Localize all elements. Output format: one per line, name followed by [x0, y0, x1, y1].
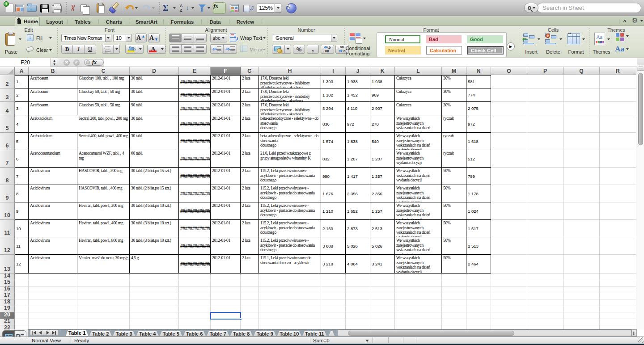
- cell-N17[interactable]: [466, 293, 491, 300]
- cell-E8[interactable]: ###############: [179, 168, 211, 185]
- cell-K16[interactable]: [370, 286, 395, 293]
- cell-C3[interactable]: Glucobay 50, tabl. , 50 mg: [77, 88, 130, 102]
- cell-N7[interactable]: 512: [466, 150, 491, 168]
- cell-L17[interactable]: [395, 293, 442, 300]
- cell-D9[interactable]: 30 tabl. (2 blist.po 15 szt.): [130, 185, 179, 202]
- cell-K4[interactable]: 2 907: [370, 102, 395, 115]
- cell-F21[interactable]: [211, 319, 241, 326]
- cell-B10[interactable]: Aciclovirum: [29, 202, 77, 220]
- cell-N2[interactable]: 581: [466, 75, 491, 88]
- insert-label[interactable]: Insert: [525, 49, 538, 55]
- row-header-18[interactable]: 18: [0, 299, 15, 306]
- cell-H20[interactable]: [259, 312, 321, 319]
- cell-K11[interactable]: 2 513: [370, 220, 395, 237]
- cell-O2[interactable]: [491, 75, 527, 88]
- cell-I9[interactable]: 1 676: [321, 185, 346, 202]
- column-header-K[interactable]: K: [370, 67, 395, 75]
- cell-P18[interactable]: [527, 299, 564, 306]
- cell-Q2[interactable]: [564, 75, 600, 88]
- cell-K14[interactable]: [370, 273, 395, 280]
- row-header-19[interactable]: 19: [0, 306, 15, 313]
- cell-C2[interactable]: Glucobay 100, tabl. , 100 mg: [77, 75, 130, 88]
- cell-F9[interactable]: 2012-01-01: [211, 185, 241, 202]
- cell-F7[interactable]: 2012-01-01: [211, 150, 241, 168]
- cell-M3[interactable]: 30%: [442, 88, 466, 102]
- column-header-J[interactable]: J: [346, 67, 370, 75]
- fill-color-button[interactable]: [125, 45, 137, 54]
- cell-L13[interactable]: We wszystkichzarejestrowanychwskazaniach…: [395, 255, 442, 273]
- cell-G12[interactable]: 2 lata: [241, 237, 259, 255]
- cell-C21[interactable]: [77, 319, 130, 326]
- underline-button[interactable]: U: [85, 45, 96, 54]
- cell-M8[interactable]: 50%: [442, 168, 466, 185]
- cell-Q17[interactable]: [564, 293, 600, 300]
- decrease-indent-button[interactable]: ⇦: [210, 44, 224, 54]
- cell-O8[interactable]: [491, 168, 527, 185]
- cell-G17[interactable]: [241, 293, 259, 300]
- cell-L8[interactable]: We wszystkichwskazaniach na dzieńwydania…: [395, 168, 442, 185]
- themes-icon[interactable]: [594, 33, 605, 45]
- column-header-N[interactable]: N: [466, 67, 491, 75]
- cell-K13[interactable]: 3 241: [370, 255, 395, 273]
- cell-H16[interactable]: [259, 286, 321, 293]
- cell-E18[interactable]: [179, 299, 211, 306]
- cell-F13[interactable]: 2012-01-01: [211, 255, 241, 273]
- cell-J18[interactable]: [346, 299, 370, 306]
- cell-L14[interactable]: [395, 273, 442, 280]
- cell-H5[interactable]: beta-adrenolityczne - selektywne - dosto…: [259, 115, 321, 133]
- format-label[interactable]: Format: [568, 49, 584, 55]
- sheet-tab-table-7[interactable]: Table 7: [206, 331, 230, 337]
- cell-K19[interactable]: [370, 306, 395, 313]
- merge-dropdown-icon[interactable]: [263, 49, 266, 50]
- cell-C22[interactable]: [77, 325, 130, 329]
- cell-J21[interactable]: [346, 319, 370, 326]
- cell-L21[interactable]: [395, 319, 442, 326]
- cell-Q3[interactable]: [564, 88, 600, 102]
- search-scope-icon[interactable]: [524, 3, 538, 13]
- row-header-17[interactable]: 17: [0, 293, 15, 300]
- cut-icon[interactable]: ✂: [69, 2, 76, 14]
- cell-D7[interactable]: 60 tabl.: [130, 150, 179, 168]
- cell-M18[interactable]: [442, 299, 466, 306]
- cell-K9[interactable]: 2 356: [370, 185, 395, 202]
- cell-I8[interactable]: 990: [321, 168, 346, 185]
- cell-P19[interactable]: [527, 306, 564, 313]
- save-icon[interactable]: [40, 2, 49, 14]
- cell-D11[interactable]: 30 tabl. (3 blist.po 10 szt.): [130, 220, 179, 237]
- cell-G16[interactable]: [241, 286, 259, 293]
- horizontal-scrollbar[interactable]: [338, 330, 631, 336]
- row-header-15[interactable]: 15: [0, 280, 15, 287]
- sheet-tab-table-11[interactable]: Table 11: [302, 331, 327, 337]
- cell-J16[interactable]: [346, 286, 370, 293]
- cell-H12[interactable]: 115.2, Leki przeciwwirusowe -acyklowir -…: [259, 237, 321, 255]
- autosum-icon[interactable]: Σ: [163, 2, 168, 14]
- cell-P6[interactable]: [527, 133, 564, 150]
- cell-E10[interactable]: ###############: [179, 202, 211, 220]
- format-cells-icon[interactable]: ↦: [568, 34, 580, 44]
- styles-more-icon[interactable]: ▶: [507, 42, 515, 50]
- cancel-icon[interactable]: ✕: [64, 59, 70, 66]
- cell-E4[interactable]: ###############: [179, 102, 211, 115]
- undo-icon[interactable]: [125, 2, 135, 14]
- sheet-tab-table-4[interactable]: Table 4: [136, 331, 160, 337]
- cell-N4[interactable]: 2 075: [466, 102, 491, 115]
- cell-P15[interactable]: [527, 280, 564, 287]
- cell-E16[interactable]: [179, 286, 211, 293]
- help-icon[interactable]: ?: [286, 2, 297, 14]
- font-color-button[interactable]: A: [147, 45, 159, 54]
- cell-C10[interactable]: Heviran, tabl. powl., 200 mg: [77, 202, 130, 220]
- column-header-B[interactable]: B: [29, 67, 77, 75]
- cell-N10[interactable]: 1 024: [466, 202, 491, 220]
- column-header-F[interactable]: F: [211, 67, 241, 75]
- cell-F17[interactable]: [211, 293, 241, 300]
- cell-O3[interactable]: [491, 88, 527, 102]
- fill-label[interactable]: Fill: [36, 35, 42, 41]
- fill-icon[interactable]: [27, 34, 34, 41]
- column-header-G[interactable]: G: [241, 67, 259, 75]
- cell-G5[interactable]: 2 lata: [241, 115, 259, 133]
- row-header-9[interactable]: 9: [0, 185, 15, 202]
- cell-K6[interactable]: 540: [370, 133, 395, 150]
- copy-icon[interactable]: [83, 2, 87, 14]
- cell-A3[interactable]: 2: [15, 88, 29, 102]
- cell-A19[interactable]: [15, 306, 29, 313]
